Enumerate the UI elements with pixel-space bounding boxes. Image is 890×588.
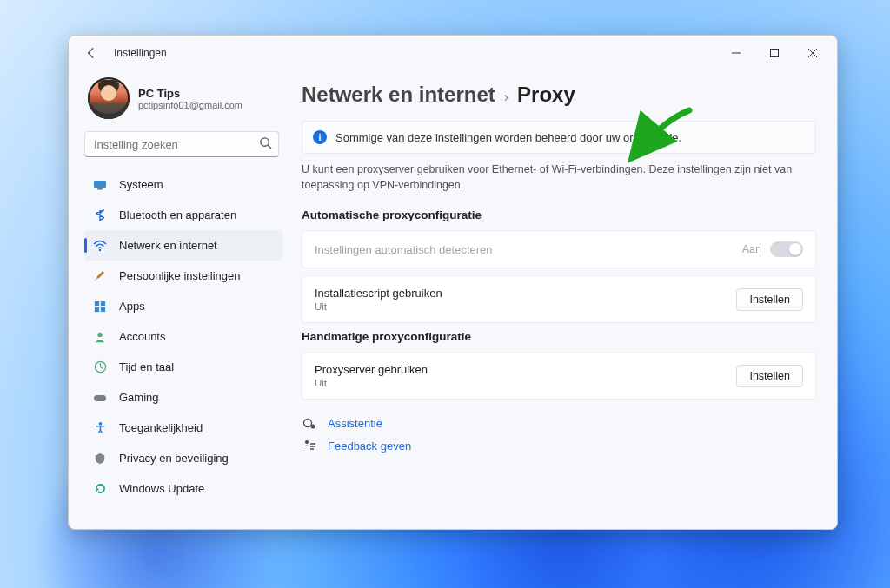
auto-detect-toggle: Aan (742, 241, 803, 257)
svg-point-17 (304, 420, 312, 427)
search-input[interactable] (84, 131, 279, 157)
sidebar-item-personalization[interactable]: Persoonlijke instellingen (84, 261, 282, 291)
profile-name: PC Tips (138, 87, 242, 100)
wifi-icon (93, 239, 107, 253)
svg-rect-6 (94, 181, 106, 188)
svg-point-18 (311, 425, 315, 429)
svg-point-4 (261, 138, 269, 146)
proxy-server-state: Uit (315, 378, 428, 388)
auto-detect-title: Instellingen automatisch detecteren (315, 243, 493, 256)
sidebar-item-label: Systeem (119, 178, 163, 191)
page-title: Proxy (517, 83, 575, 107)
org-managed-banner: i Sommige van deze instellingen worden b… (302, 121, 816, 154)
breadcrumb: Netwerk en internet › Proxy (302, 83, 816, 107)
sidebar-item-apps[interactable]: Apps (84, 291, 282, 321)
feedback-icon (302, 439, 317, 453)
banner-text: Sommige van deze instellingen worden beh… (335, 131, 681, 144)
brush-icon (93, 269, 107, 283)
setup-script-title: Installatiescript gebruiken (315, 287, 442, 300)
setup-script-button[interactable]: Instellen (736, 288, 803, 311)
settings-window: Instellingen PC Tips pctipsinfo01@gmail.… (68, 35, 838, 530)
sidebar-item-label: Bluetooth en apparaten (119, 208, 236, 221)
sidebar-item-accounts[interactable]: Accounts (84, 321, 282, 352)
sidebar-item-label: Gaming (119, 391, 159, 404)
sidebar-item-privacy[interactable]: Privacy en beveiliging (84, 443, 282, 473)
toggle-state-label: Aan (742, 243, 761, 255)
svg-point-19 (305, 440, 309, 444)
profile-email: pctipsinfo01@gmail.com (138, 100, 242, 110)
svg-rect-10 (101, 301, 105, 305)
sidebar-item-bluetooth[interactable]: Bluetooth en apparaten (84, 200, 282, 230)
apps-icon (93, 300, 107, 314)
svg-point-13 (97, 332, 102, 336)
avatar (88, 77, 130, 119)
nav-list: Systeem Bluetooth en apparaten Netwerk e… (84, 169, 282, 504)
accessibility-icon (93, 421, 107, 435)
sidebar-item-accessibility[interactable]: Toegankelijkheid (84, 413, 282, 443)
svg-point-8 (99, 248, 101, 250)
sidebar-item-label: Accounts (119, 330, 165, 343)
search-icon (259, 136, 272, 153)
chevron-right-icon: › (504, 89, 508, 105)
content-area: Netwerk en internet › Proxy i Sommige va… (293, 70, 837, 529)
svg-rect-15 (94, 395, 106, 401)
svg-rect-11 (95, 307, 99, 311)
svg-line-5 (268, 145, 271, 149)
assist-label: Assistentie (328, 417, 382, 430)
sidebar-item-label: Windows Update (119, 482, 204, 495)
assist-icon (302, 416, 317, 430)
svg-rect-1 (771, 50, 779, 57)
sidebar-item-system[interactable]: Systeem (84, 169, 282, 200)
page-description: U kunt een proxyserver gebruiken voor Et… (302, 162, 816, 193)
sidebar-item-label: Tijd en taal (119, 360, 174, 373)
update-icon (93, 482, 107, 496)
back-button[interactable] (81, 43, 102, 63)
section-auto-heading: Automatische proxyconfiguratie (302, 208, 816, 221)
svg-point-16 (98, 422, 102, 426)
minimize-button[interactable] (717, 40, 755, 66)
profile-block[interactable]: PC Tips pctipsinfo01@gmail.com (84, 70, 282, 131)
sidebar-item-label: Netwerk en internet (119, 239, 217, 252)
auto-detect-card: Instellingen automatisch detecteren Aan (302, 230, 816, 268)
svg-rect-9 (95, 301, 99, 305)
sidebar-item-label: Apps (119, 300, 145, 313)
bluetooth-icon (93, 208, 107, 222)
proxy-server-title: Proxyserver gebruiken (315, 363, 428, 376)
sidebar-item-time-language[interactable]: Tijd en taal (84, 352, 282, 382)
breadcrumb-parent[interactable]: Netwerk en internet (302, 83, 495, 107)
gaming-icon (93, 391, 107, 405)
monitor-icon (93, 178, 107, 192)
sidebar-item-label: Toegankelijkheid (119, 421, 203, 434)
sidebar-item-gaming[interactable]: Gaming (84, 382, 282, 413)
section-manual-heading: Handmatige proxyconfiguratie (302, 330, 816, 343)
sidebar-item-network[interactable]: Netwerk en internet (84, 230, 282, 261)
setup-script-state: Uit (315, 301, 442, 312)
assist-link[interactable]: Assistentie (302, 412, 816, 434)
person-icon (93, 330, 107, 344)
search-box[interactable] (84, 131, 279, 157)
maximize-button[interactable] (755, 40, 794, 66)
proxy-server-button[interactable]: Instellen (736, 365, 803, 387)
sidebar: PC Tips pctipsinfo01@gmail.com Systeem B… (69, 70, 293, 529)
feedback-label: Feedback geven (328, 439, 411, 453)
close-button[interactable] (794, 40, 832, 66)
shield-icon (93, 452, 107, 466)
svg-rect-7 (97, 188, 103, 190)
globe-clock-icon (93, 360, 107, 374)
sidebar-item-label: Persoonlijke instellingen (119, 269, 240, 282)
feedback-link[interactable]: Feedback geven (302, 434, 816, 457)
info-icon: i (313, 130, 327, 144)
proxy-server-card: Proxyserver gebruiken Uit Instellen (302, 352, 816, 400)
switch-icon (770, 241, 803, 257)
app-title: Instellingen (114, 47, 167, 59)
sidebar-item-label: Privacy en beveiliging (119, 452, 229, 465)
svg-rect-12 (101, 307, 105, 311)
setup-script-card: Installatiescript gebruiken Uit Instelle… (302, 275, 816, 323)
sidebar-item-windows-update[interactable]: Windows Update (84, 473, 282, 504)
titlebar: Instellingen (69, 36, 837, 70)
